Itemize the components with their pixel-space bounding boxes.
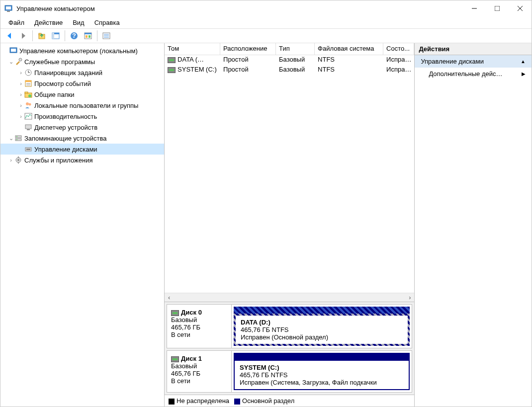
svg-rect-40 xyxy=(15,136,21,138)
collapse-icon[interactable]: ⌄ xyxy=(7,135,14,142)
settings-button[interactable] xyxy=(82,30,94,42)
app-icon xyxy=(4,4,12,12)
svg-rect-23 xyxy=(11,49,16,52)
tree-task-scheduler[interactable]: ›Планировщик заданий xyxy=(0,67,164,78)
volume-table: Том Расположение Тип Файловая система Со… xyxy=(165,43,414,302)
action-label: Дополнительные дейс… xyxy=(429,70,502,78)
svg-rect-2 xyxy=(7,11,10,12)
menu-file[interactable]: Файл xyxy=(4,18,28,27)
title-bar: Управление компьютером xyxy=(0,0,532,16)
computer-icon xyxy=(9,47,17,55)
tree-label: Диспетчер устройств xyxy=(34,124,97,131)
expand-icon[interactable]: › xyxy=(17,81,24,86)
legend: Не распределена Основной раздел xyxy=(165,395,414,407)
scroll-left-icon[interactable]: ‹ xyxy=(165,294,174,302)
col-layout[interactable]: Расположение xyxy=(220,43,276,55)
tree-performance[interactable]: ›Производительность xyxy=(0,111,164,122)
legend-primary: Основной раздел xyxy=(242,397,294,405)
storage-icon xyxy=(14,134,22,142)
tree-label: Производительность xyxy=(34,113,97,120)
expand-icon[interactable]: › xyxy=(17,102,24,108)
partition-box[interactable]: DATA (D:)465,76 ГБ NTFSИсправен (Основно… xyxy=(234,314,410,346)
minimize-button[interactable] xyxy=(463,0,486,16)
menu-action[interactable]: Действие xyxy=(30,18,67,27)
tree-root[interactable]: Управление компьютером (локальным) xyxy=(0,45,164,56)
svg-rect-38 xyxy=(25,125,31,129)
collapse-icon[interactable]: ⌄ xyxy=(7,59,14,65)
svg-rect-45 xyxy=(26,149,30,150)
actions-panel: Действия Управление дисками▲ Дополнитель… xyxy=(415,43,532,407)
tree-label: Служебные программы xyxy=(24,58,95,66)
svg-rect-29 xyxy=(25,81,31,82)
tools-icon xyxy=(14,58,22,66)
col-type[interactable]: Тип xyxy=(276,43,315,55)
toolbar-separator xyxy=(65,30,65,41)
svg-rect-33 xyxy=(25,92,28,93)
expand-icon[interactable]: › xyxy=(7,157,14,163)
svg-rect-8 xyxy=(39,33,41,35)
svg-point-34 xyxy=(28,94,31,97)
maximize-button[interactable] xyxy=(486,0,509,16)
tree-disk-management[interactable]: Управление дисками xyxy=(0,144,164,155)
back-button[interactable] xyxy=(3,30,15,42)
horizontal-scrollbar[interactable]: ‹ › xyxy=(165,293,414,302)
tree-device-manager[interactable]: Диспетчер устройств xyxy=(0,122,164,133)
menu-bar: Файл Действие Вид Справка xyxy=(0,16,532,28)
tree-system-tools[interactable]: ⌄Служебные программы xyxy=(0,56,164,67)
partition-stripe xyxy=(234,307,410,314)
list-button[interactable] xyxy=(100,30,112,42)
tree-local-users[interactable]: ›Локальные пользователи и группы xyxy=(0,100,164,111)
svg-rect-39 xyxy=(27,129,30,130)
menu-help[interactable]: Справка xyxy=(90,18,124,27)
tree-event-viewer[interactable]: ›Просмотр событий xyxy=(0,78,164,89)
volume-icon xyxy=(168,57,176,63)
performance-icon xyxy=(24,112,32,120)
table-header: Том Расположение Тип Файловая система Со… xyxy=(165,43,414,55)
event-icon xyxy=(24,80,32,87)
legend-unallocated: Не распределена xyxy=(177,397,229,405)
disk-icon xyxy=(171,310,179,316)
col-status[interactable]: Состо... xyxy=(383,43,414,55)
svg-rect-1 xyxy=(6,6,11,9)
svg-point-42 xyxy=(16,136,17,137)
svg-rect-15 xyxy=(85,33,91,34)
disk-row[interactable]: Диск 1Базовый465,76 ГБВ сетиSYSTEM (C:)4… xyxy=(167,350,412,393)
svg-point-36 xyxy=(29,103,31,106)
table-row[interactable]: SYSTEM (C:)ПростойБазовыйNTFSИспра… xyxy=(165,65,414,75)
tree-storage[interactable]: ⌄Запоминающие устройства xyxy=(0,133,164,144)
tree-shared-folders[interactable]: ›Общие папки xyxy=(0,89,164,100)
close-button[interactable] xyxy=(509,0,532,16)
col-volume[interactable]: Том xyxy=(165,43,220,55)
col-fs[interactable]: Файловая система xyxy=(315,43,383,55)
tree-label: Службы и приложения xyxy=(24,157,93,164)
help-button[interactable]: ? xyxy=(68,30,80,42)
show-hide-button[interactable] xyxy=(50,30,62,42)
folder-icon xyxy=(24,90,32,98)
users-icon xyxy=(24,101,32,109)
menu-view[interactable]: Вид xyxy=(69,18,89,27)
tree-services[interactable]: ›Службы и приложения xyxy=(0,155,164,165)
scroll-right-icon[interactable]: › xyxy=(405,294,414,302)
action-more[interactable]: Дополнительные дейс…▶ xyxy=(415,68,532,80)
svg-rect-41 xyxy=(15,139,21,141)
table-row[interactable]: DATA (…ПростойБазовыйNTFSИспра… xyxy=(165,55,414,65)
actions-header: Действия xyxy=(415,43,532,55)
svg-rect-17 xyxy=(89,35,90,38)
forward-button[interactable] xyxy=(17,30,29,42)
partition-box[interactable]: SYSTEM (C:)465,76 ГБ NTFSИсправен (Систе… xyxy=(234,360,410,390)
svg-rect-16 xyxy=(86,35,88,38)
toolbar-separator xyxy=(97,30,97,41)
svg-text:?: ? xyxy=(72,32,76,39)
svg-point-43 xyxy=(16,139,17,140)
navigation-tree[interactable]: Управление компьютером (локальным) ⌄Служ… xyxy=(0,43,165,407)
expand-icon[interactable]: › xyxy=(17,91,24,97)
tree-label: Локальные пользователи и группы xyxy=(34,102,138,109)
action-disk-management[interactable]: Управление дисками▲ xyxy=(415,55,532,68)
collapse-icon: ▲ xyxy=(521,59,526,64)
expand-icon[interactable]: › xyxy=(17,70,24,76)
svg-point-47 xyxy=(17,159,19,161)
action-label: Управление дисками xyxy=(421,58,484,65)
up-button[interactable] xyxy=(36,30,48,42)
expand-icon[interactable]: › xyxy=(17,113,24,119)
disk-row[interactable]: Диск 0Базовый465,76 ГБВ сетиDATA (D:)465… xyxy=(167,304,412,348)
